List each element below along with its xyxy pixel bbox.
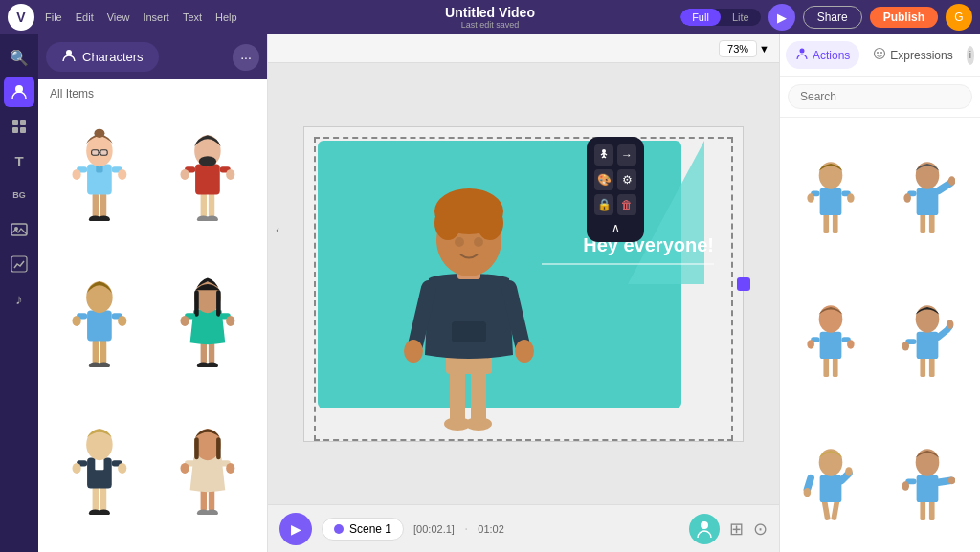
characters-tab[interactable]: Characters [46, 42, 159, 72]
svg-point-106 [847, 193, 855, 202]
float-delete-icon[interactable]: 🗑 [617, 194, 636, 215]
view-toggle: Full Lite [680, 9, 760, 26]
svg-point-76 [181, 463, 189, 474]
svg-point-92 [515, 340, 534, 363]
svg-point-43 [72, 316, 80, 326]
sidebar-item-props[interactable] [4, 111, 34, 142]
panel-info-button[interactable]: i [967, 46, 974, 65]
float-walk-icon[interactable] [594, 144, 613, 166]
svg-rect-72 [194, 437, 199, 459]
svg-point-134 [845, 467, 853, 475]
svg-point-133 [804, 488, 812, 497]
sidebar-item-bg[interactable]: BG [4, 180, 34, 210]
menu-insert[interactable]: Insert [138, 10, 174, 25]
list-item[interactable] [786, 408, 879, 548]
right-panel-search [780, 77, 980, 118]
topbar-center: Untitled Video Last edit saved [445, 5, 535, 30]
svg-rect-17 [91, 150, 98, 156]
float-collapse-arrow[interactable]: ∧ [594, 221, 636, 234]
scene-timeline-icon[interactable]: ⊞ [729, 519, 744, 540]
list-item[interactable] [46, 258, 151, 401]
view-full-button[interactable]: Full [680, 9, 721, 26]
scene-name: Scene 1 [349, 522, 391, 536]
sidebar-item-text[interactable]: T [4, 145, 34, 176]
svg-point-96 [875, 49, 885, 59]
svg-rect-137 [916, 475, 938, 502]
svg-point-141 [902, 481, 909, 490]
zoom-arrow[interactable]: ▼ [759, 43, 769, 55]
char-figure-5 [65, 409, 132, 515]
sidebar-item-characters[interactable] [4, 77, 34, 107]
list-item[interactable] [882, 265, 975, 405]
search-input[interactable] [788, 84, 972, 109]
scene-avatar-icon[interactable] [689, 514, 720, 544]
list-item[interactable] [46, 112, 151, 254]
svg-rect-4 [20, 127, 26, 133]
list-item[interactable] [882, 408, 975, 548]
sidebar-item-music[interactable]: ♪ [4, 283, 34, 314]
svg-rect-136 [929, 500, 935, 520]
canvas-content[interactable]: Hey everyone! [268, 63, 779, 504]
project-title[interactable]: Untitled Video [445, 5, 535, 20]
top-bar: V File Edit View Insert Text Help Untitl… [0, 0, 980, 34]
zoom-indicator[interactable]: 73% [719, 40, 757, 57]
menu-file[interactable]: File [40, 10, 67, 25]
preview-play-button[interactable]: ▶ [768, 4, 795, 31]
float-arrow-right-icon[interactable]: → [617, 144, 636, 166]
rpanel-char-4 [900, 292, 957, 378]
list-item[interactable] [786, 265, 879, 405]
scene-settings-icon[interactable]: ⊙ [753, 519, 768, 540]
scene-main-character[interactable] [400, 164, 534, 441]
sidebar-item-search[interactable]: 🔍 [4, 42, 34, 73]
svg-point-97 [877, 52, 879, 54]
svg-point-81 [465, 417, 492, 431]
publish-button[interactable]: Publish [870, 7, 938, 28]
user-avatar[interactable]: G [946, 4, 972, 31]
right-panel: Actions Expressions i [779, 34, 980, 552]
svg-point-23 [118, 169, 126, 180]
list-item[interactable] [786, 121, 879, 261]
char-figure-4 [173, 262, 240, 367]
resize-handle[interactable] [737, 277, 750, 291]
play-icon: ▶ [777, 11, 787, 25]
view-lite-button[interactable]: Lite [721, 9, 761, 26]
svg-rect-35 [92, 340, 98, 364]
svg-point-27 [206, 216, 218, 222]
list-item[interactable] [155, 112, 260, 254]
char-options-button[interactable]: ··· [233, 44, 259, 71]
list-item[interactable] [155, 258, 260, 401]
scene-play-button[interactable]: ▶ [279, 513, 312, 545]
char-tab-label: Characters [82, 50, 144, 64]
list-item[interactable] [155, 406, 260, 548]
scene-label[interactable]: Scene 1 [322, 518, 404, 541]
topbar-menu: File Edit View Insert Text Help [40, 10, 242, 25]
menu-edit[interactable]: Edit [71, 10, 99, 25]
svg-point-126 [947, 320, 954, 328]
svg-point-38 [98, 363, 110, 368]
tab-actions[interactable]: Actions [786, 41, 859, 69]
svg-rect-24 [201, 193, 207, 218]
svg-point-54 [181, 316, 189, 326]
svg-rect-135 [920, 500, 925, 520]
list-item[interactable] [882, 121, 975, 261]
svg-point-90 [474, 237, 483, 247]
float-settings-icon[interactable]: ⚙ [617, 169, 636, 190]
menu-text[interactable]: Text [178, 10, 207, 25]
svg-rect-124 [916, 332, 938, 359]
menu-help[interactable]: Help [211, 10, 242, 25]
share-button[interactable]: Share [803, 6, 862, 29]
list-item[interactable] [46, 406, 151, 548]
scene-canvas[interactable]: Hey everyone! [303, 126, 744, 442]
topbar-left: V File Edit View Insert Text Help [8, 4, 242, 31]
svg-rect-18 [100, 150, 107, 156]
sidebar-item-media[interactable] [4, 214, 34, 245]
collapse-panel-button[interactable]: ‹ [268, 220, 287, 239]
float-lock-icon[interactable]: 🔒 [594, 194, 613, 215]
svg-point-59 [98, 509, 110, 515]
tab-expressions[interactable]: Expressions [863, 41, 962, 69]
svg-rect-10 [100, 193, 106, 218]
menu-view[interactable]: View [102, 10, 135, 25]
float-palette-icon[interactable]: 🎨 [594, 169, 613, 190]
app-logo[interactable]: V [8, 4, 34, 31]
sidebar-item-chart[interactable] [4, 249, 34, 279]
